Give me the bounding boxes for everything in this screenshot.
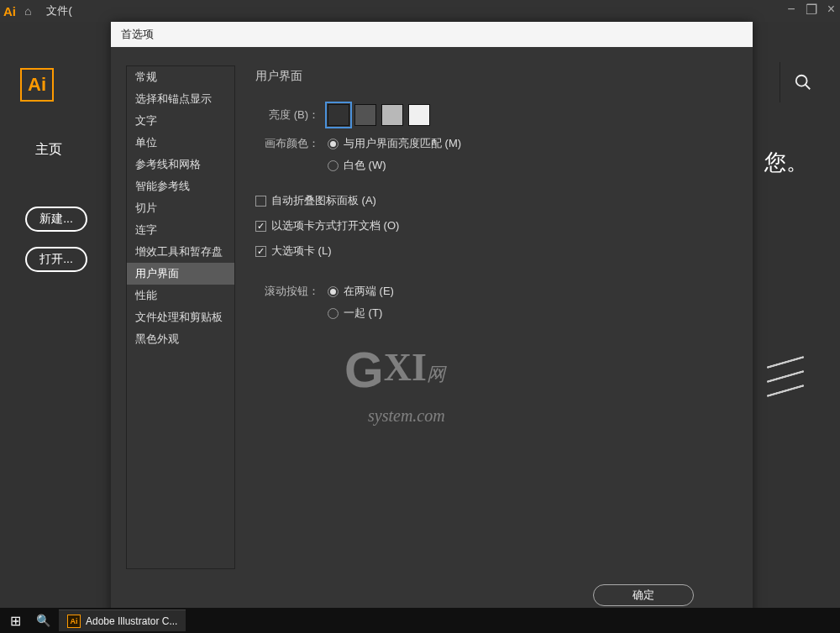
large-tabs-checkbox[interactable]: 大选项卡 (L) xyxy=(255,243,332,259)
sidebar-item-0[interactable]: 常规 xyxy=(127,66,234,88)
scroll-buttons-label: 滚动按钮： xyxy=(255,284,319,299)
sidebar-item-2[interactable]: 文字 xyxy=(127,110,234,132)
sidebar-item-8[interactable]: 增效工具和暂存盘 xyxy=(127,241,234,263)
sidebar-item-10[interactable]: 性能 xyxy=(127,285,234,306)
search-icon[interactable] xyxy=(780,62,825,102)
sidebar-item-5[interactable]: 智能参考线 xyxy=(127,175,234,197)
svg-point-0 xyxy=(795,76,806,86)
welcome-text: 您。 xyxy=(764,148,808,177)
sidebar-item-1[interactable]: 选择和锚点显示 xyxy=(127,88,234,110)
app-shell: Ai 主页 您。 新建... 打开... 首选项 常规选择和锚点显示文字单位参考… xyxy=(0,22,840,633)
menubar: Ai ⌂ 文件( − ❐ × xyxy=(0,0,840,22)
sidebar-item-12[interactable]: 黑色外观 xyxy=(127,328,234,350)
brightness-swatches xyxy=(328,104,430,126)
canvas-white-radio[interactable]: 白色 (W) xyxy=(328,158,461,173)
decorative-strokes xyxy=(766,349,805,404)
brightness-label: 亮度 (B)： xyxy=(255,107,319,123)
sidebar-item-11[interactable]: 文件处理和剪贴板 xyxy=(127,306,234,328)
watermark: GXI网 system.com xyxy=(344,341,445,427)
home-tab[interactable]: 主页 xyxy=(35,141,62,159)
new-button[interactable]: 新建... xyxy=(25,207,87,232)
sidebar-item-3[interactable]: 单位 xyxy=(127,132,234,154)
sidebar-item-6[interactable]: 切片 xyxy=(127,197,234,219)
dialog-title: 首选项 xyxy=(111,22,753,47)
svg-line-1 xyxy=(805,85,810,90)
sidebar-item-7[interactable]: 连字 xyxy=(127,219,234,241)
taskbar-search-icon[interactable]: 🔍 xyxy=(30,614,55,627)
minimize-icon[interactable]: − xyxy=(787,2,795,18)
windows-start-icon[interactable]: ⊞ xyxy=(0,613,30,629)
open-button[interactable]: 打开... xyxy=(25,247,87,272)
open-as-tabs-checkbox[interactable]: 以选项卡方式打开文档 (O) xyxy=(255,218,399,233)
ok-button[interactable]: 确定 xyxy=(593,584,694,606)
window-controls: − ❐ × xyxy=(787,2,835,18)
auto-collapse-checkbox[interactable]: 自动折叠图标面板 (A) xyxy=(255,193,376,208)
brightness-swatch-darkest[interactable] xyxy=(328,104,349,126)
preferences-dialog: 首选项 常规选择和锚点显示文字单位参考线和网格智能参考线切片连字增效工具和暂存盘… xyxy=(111,22,753,621)
sidebar-item-4[interactable]: 参考线和网格 xyxy=(127,154,234,175)
close-icon[interactable]: × xyxy=(827,2,835,18)
maximize-icon[interactable]: ❐ xyxy=(806,2,817,18)
scroll-together-radio[interactable]: 一起 (T) xyxy=(328,306,394,321)
panel-title: 用户界面 xyxy=(255,69,738,84)
brightness-swatch-dark[interactable] xyxy=(354,104,376,126)
taskbar-item-illustrator[interactable]: Ai Adobe Illustrator C... xyxy=(59,609,186,631)
preferences-panel: 用户界面 亮度 (B)： 画布颜色： 与用户界面亮度匹配 (M) xyxy=(235,65,738,606)
brightness-swatch-lightest[interactable] xyxy=(408,104,430,126)
sidebar-item-9[interactable]: 用户界面 xyxy=(127,263,234,285)
scroll-both-ends-radio[interactable]: 在两端 (E) xyxy=(328,284,394,299)
brightness-swatch-light[interactable] xyxy=(381,104,403,126)
taskbar-item-label: Adobe Illustrator C... xyxy=(86,615,177,627)
ai-icon: Ai xyxy=(67,615,81,628)
ai-logo-small: Ai xyxy=(3,4,16,18)
preferences-sidebar: 常规选择和锚点显示文字单位参考线和网格智能参考线切片连字增效工具和暂存盘用户界面… xyxy=(126,65,235,569)
canvas-match-radio[interactable]: 与用户界面亮度匹配 (M) xyxy=(328,136,461,151)
menu-file[interactable]: 文件( xyxy=(46,3,71,18)
ai-logo-large: Ai xyxy=(20,68,54,102)
home-icon[interactable]: ⌂ xyxy=(24,4,31,18)
canvas-color-label: 画布颜色： xyxy=(255,136,319,151)
taskbar: ⊞ 🔍 Ai Adobe Illustrator C... xyxy=(0,608,840,633)
